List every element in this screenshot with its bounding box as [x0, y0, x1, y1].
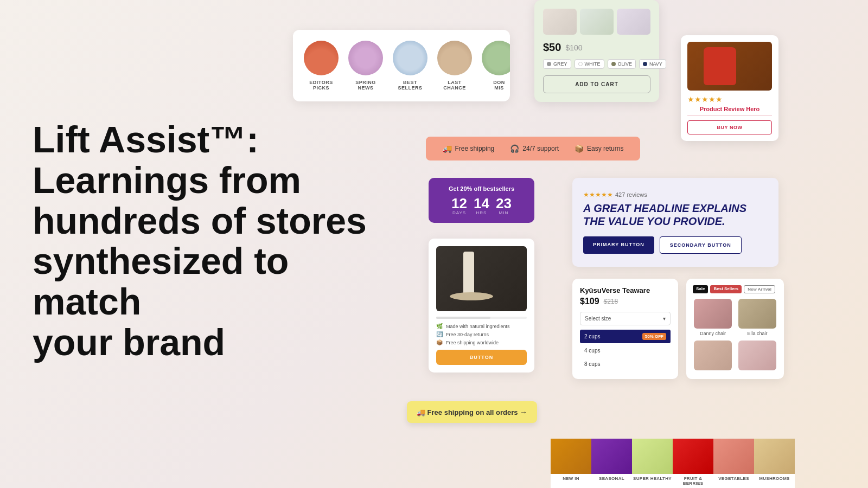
furniture-card-3[interactable] [693, 341, 733, 373]
hero-buttons: PRIMARY BUTTON SECONDARY BUTTON [583, 236, 768, 254]
category-circle-pillow [393, 41, 427, 75]
detail-bar [436, 317, 527, 319]
leaf-icon: 🌿 [436, 323, 443, 329]
support-icon: 🎧 [510, 144, 519, 153]
category-best-sellers[interactable]: BESTSELLERS [391, 41, 430, 91]
tag-bestsellers[interactable]: Best Sellers [710, 285, 742, 293]
category-spring-news[interactable]: SPRINGNEWS [346, 41, 385, 91]
color-options: GREY WHITE OLIVE NAVY [543, 59, 650, 69]
food-cat-healthy[interactable]: SUPER HEALTHY [632, 439, 673, 488]
category-circle-plant [482, 41, 510, 75]
category-last-chance[interactable]: LASTCHANCE [435, 41, 474, 91]
category-circle-sofa [304, 41, 339, 75]
tag-sale[interactable]: Sale [693, 285, 708, 293]
product-images-row [543, 9, 650, 35]
free-shipping-banner[interactable]: 🚚 Free shipping on all orders → [407, 401, 537, 423]
healthy-image [632, 439, 673, 474]
feature-returns: 🔄 Free 30-day returns [436, 331, 527, 337]
add-to-cart-button[interactable]: ADD TO CART [543, 75, 650, 93]
countdown-hours-value: 14 [474, 196, 489, 210]
fruit-image [673, 439, 713, 474]
shipping-returns-label: Easy returns [587, 145, 623, 152]
countdown-mins-value: 23 [496, 196, 512, 210]
free-shipping-text: 🚚 Free shipping on all orders [417, 408, 518, 416]
hero-widget: ★★★★★ 427 reviews A GREAT HEADLINE EXPLA… [572, 178, 778, 267]
shipping-free: 🚚 Free shipping [443, 144, 495, 153]
product-detail-image [436, 246, 527, 311]
countdown-days: 12 DAYS [451, 196, 467, 215]
countdown-days-label: DAYS [451, 210, 467, 215]
hero-stars: ★★★★★ [583, 191, 613, 198]
countdown-title: Get 20% off bestsellers [437, 185, 526, 192]
color-white[interactable]: WHITE [575, 59, 604, 69]
bottle-shape [463, 252, 474, 295]
category-dont-miss[interactable]: DONMIS [480, 41, 510, 91]
veg-image [713, 439, 754, 474]
furniture-grid: Danny chair Ella chair [693, 299, 777, 373]
mushroom-image [754, 439, 795, 474]
food-cat-mushroom[interactable]: MUSHROOMS [754, 439, 795, 488]
size-option-2cups[interactable]: 2 cups 50% OFF [580, 330, 671, 343]
color-olive[interactable]: OLIVE [608, 59, 636, 69]
color-dot-olive [611, 62, 616, 66]
size-badge-discount: 50% OFF [642, 333, 666, 340]
category-editors-picks[interactable]: EDITORSPICKS [302, 41, 341, 91]
ella-chair-label: Ella chair [747, 331, 767, 336]
mushroom-label: MUSHROOMS [758, 474, 790, 483]
color-dot-white [578, 62, 583, 66]
plate-shape [450, 292, 493, 300]
product-detail-card: 🌿 Made with natural ingredients 🔄 Free 3… [429, 239, 534, 373]
countdown-widget: Get 20% off bestsellers 12 DAYS 14 HRS 2… [429, 178, 534, 223]
returns-icon: 📦 [575, 144, 584, 153]
buy-now-button[interactable]: BUY NOW [687, 120, 772, 134]
tag-new-arrival[interactable]: New Arrival [744, 285, 775, 293]
furniture-card-ella[interactable]: Ella chair [737, 299, 777, 336]
hero-primary-button[interactable]: PRIMARY BUTTON [583, 236, 654, 254]
healthy-label: SUPER HEALTHY [632, 474, 673, 483]
shipping-banner: 🚚 Free shipping 🎧 24/7 support 📦 Easy re… [426, 137, 640, 160]
food-cat-newin[interactable]: NEW IN [551, 439, 591, 488]
shipping-support-label: 24/7 support [522, 145, 559, 152]
chair4-image [738, 341, 776, 370]
countdown-days-value: 12 [451, 196, 467, 210]
price-original: $100 [565, 43, 582, 52]
review-hero-widget: ★★★★★ Product Review Hero BUY NOW [681, 35, 778, 141]
teaware-name: KyūsuVerse Teaware [580, 286, 671, 294]
furniture-card-danny[interactable]: Danny chair [693, 299, 733, 336]
hero-secondary-button[interactable]: SECONDARY BUTTON [660, 236, 742, 254]
food-cat-fruit[interactable]: FRUIT & BERRIES [673, 439, 713, 488]
countdown-numbers: 12 DAYS 14 HRS 23 MIN [437, 196, 526, 215]
page-title: Lift Assist™: Learnings fromhundreds of … [33, 119, 369, 363]
teaware-widget: KyūsuVerse Teaware $109 $218 Select size… [572, 279, 678, 379]
newin-label: NEW IN [561, 474, 580, 483]
shipping-support: 🎧 24/7 support [510, 144, 559, 153]
shipping-icon: 🚚 [443, 144, 452, 153]
review-title: Product Review Hero [687, 106, 772, 112]
main-heading-area: Lift Assist™: Learnings fromhundreds of … [33, 119, 369, 363]
size-select-chevron-icon: ▾ [663, 316, 666, 322]
teaware-price-original: $218 [604, 298, 618, 305]
seasonal-label: SEASONAL [598, 474, 626, 483]
hero-stars-row: ★★★★★ 427 reviews [583, 191, 768, 198]
food-cat-veg[interactable]: VEGETABLES [713, 439, 754, 488]
food-cat-seasonal[interactable]: SEASONAL [591, 439, 632, 488]
danny-chair-label: Danny chair [700, 331, 726, 336]
product-thumb-2 [580, 9, 614, 35]
color-dot-navy [643, 62, 647, 66]
color-dot-grey [547, 62, 551, 66]
detail-bar-inner [436, 317, 490, 319]
shipping-detail-icon: 📦 [436, 339, 443, 345]
furniture-card-4[interactable] [737, 341, 777, 373]
size-select[interactable]: Select size ▾ [580, 312, 671, 325]
price-current: $50 [543, 41, 561, 54]
hero-headline: A GREAT HEADLINE EXPLAINS THE VALUE YOU … [583, 202, 768, 228]
shipping-returns: 📦 Easy returns [575, 144, 623, 153]
product-button[interactable]: BUTTON [436, 350, 527, 365]
feature-shipping: 📦 Free shipping worldwide [436, 339, 527, 345]
category-circle-flowers [348, 41, 383, 75]
color-grey[interactable]: GREY [543, 59, 571, 69]
size-option-8cups[interactable]: 8 cups [580, 358, 671, 370]
color-navy[interactable]: NAVY [639, 59, 666, 69]
size-option-4cups[interactable]: 4 cups [580, 344, 671, 357]
feature-natural: 🌿 Made with natural ingredients [436, 323, 527, 329]
